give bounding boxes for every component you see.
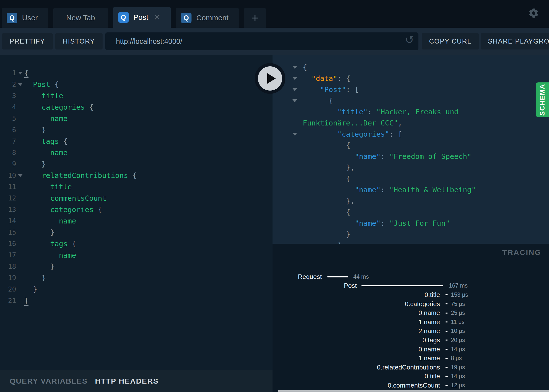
trace-bar bbox=[445, 331, 448, 332]
reload-icon[interactable]: ↺ bbox=[405, 34, 414, 45]
code-line: 15 } bbox=[0, 227, 273, 238]
fold-arrow-icon[interactable] bbox=[16, 170, 24, 181]
line-number: 18 bbox=[0, 261, 16, 272]
code-text: Post { bbox=[24, 79, 59, 90]
fold-arrow-icon[interactable] bbox=[16, 79, 24, 90]
schema-side-tab[interactable]: SCHEMA bbox=[536, 82, 549, 117]
tracing-panel: TRACING Request44 msPost167 ms0.title153… bbox=[273, 244, 549, 392]
code-line: 14 name bbox=[0, 215, 273, 227]
code-text: } bbox=[24, 227, 55, 238]
gutter-spacer bbox=[16, 147, 24, 158]
http-headers-tab[interactable]: HTTP HEADERS bbox=[95, 377, 159, 385]
code-text: { bbox=[303, 173, 350, 184]
fold-arrow-icon[interactable] bbox=[273, 129, 303, 140]
gutter-spacer bbox=[16, 158, 24, 170]
trace-bar bbox=[445, 303, 448, 304]
gutter-spacer bbox=[16, 284, 24, 295]
schema-side-tab-label: SCHEMA bbox=[539, 84, 546, 116]
line-number: 20 bbox=[0, 284, 16, 295]
gutter-spacer bbox=[16, 215, 24, 227]
code-line: } bbox=[273, 229, 549, 240]
code-text: "name": "Freedom of Speech" bbox=[303, 151, 471, 162]
gutter-spacer bbox=[16, 295, 24, 306]
code-line: 17 name bbox=[0, 249, 273, 261]
code-text: commentsCount bbox=[24, 193, 107, 204]
line-number: 12 bbox=[0, 193, 16, 204]
gutter-spacer bbox=[16, 181, 24, 193]
code-line: }, bbox=[273, 162, 549, 173]
endpoint-url-input[interactable] bbox=[105, 37, 396, 46]
code-text: name bbox=[24, 249, 76, 261]
close-icon[interactable]: ✕ bbox=[154, 13, 161, 21]
trace-time: 8 μs bbox=[451, 355, 462, 362]
query-editor-pane[interactable]: 1{2 Post {3 title4 categories {5 name6 }… bbox=[0, 55, 273, 392]
settings-gear-icon[interactable] bbox=[528, 7, 539, 19]
trace-time: 75 μs bbox=[451, 301, 465, 307]
copy-curl-button[interactable]: COPY CURL bbox=[422, 33, 479, 49]
history-button[interactable]: HISTORY bbox=[55, 33, 103, 49]
tab-new-tab[interactable]: New Tab bbox=[53, 8, 108, 28]
code-line: 10 relatedContributions { bbox=[0, 170, 273, 181]
code-line: { bbox=[273, 207, 549, 218]
trace-row: 0.categories75 μs bbox=[273, 299, 549, 309]
trace-label: 0.title bbox=[273, 372, 440, 380]
query-variables-tab[interactable]: QUERY VARIABLES bbox=[10, 377, 88, 385]
fold-arrow-icon[interactable] bbox=[273, 95, 303, 106]
prettify-button[interactable]: PRETTIFY bbox=[2, 33, 53, 49]
gutter-spacer bbox=[273, 151, 303, 162]
tracing-title: TRACING bbox=[502, 248, 541, 257]
trace-time: 25 μs bbox=[451, 310, 465, 316]
line-number: 13 bbox=[0, 204, 16, 215]
tab-post[interactable]: QPost✕ bbox=[113, 7, 171, 28]
line-number: 14 bbox=[0, 215, 16, 227]
trace-time: 167 ms bbox=[449, 282, 467, 289]
trace-time: 19 μs bbox=[451, 364, 465, 371]
trace-row: 0.title14 μs bbox=[273, 372, 549, 381]
tab-user[interactable]: QUser bbox=[2, 8, 48, 28]
trace-bar bbox=[361, 285, 443, 286]
code-text: "categories": [ bbox=[303, 129, 402, 140]
code-line: "title": "Hacker, Freaks und bbox=[273, 106, 549, 118]
gutter-spacer bbox=[16, 204, 24, 215]
code-line: 5 name bbox=[0, 113, 273, 124]
tab-label: User bbox=[22, 14, 38, 22]
code-line: 12 commentsCount bbox=[0, 193, 273, 204]
trace-bar bbox=[445, 367, 448, 368]
execute-button[interactable] bbox=[255, 63, 285, 94]
gutter-spacer bbox=[16, 193, 24, 204]
code-line: 18 } bbox=[0, 261, 273, 272]
code-text: { bbox=[24, 67, 28, 79]
code-line: ] bbox=[273, 240, 549, 244]
code-line: 3 title bbox=[0, 90, 273, 101]
trace-bar bbox=[445, 294, 448, 295]
code-line: }, bbox=[273, 196, 549, 207]
fold-arrow-icon[interactable] bbox=[16, 67, 24, 79]
code-line: 7 tags { bbox=[0, 136, 273, 147]
line-number: 15 bbox=[0, 227, 16, 238]
code-text: tags { bbox=[24, 136, 68, 147]
code-line: 16 tags { bbox=[0, 238, 273, 249]
trace-label: Request bbox=[273, 273, 322, 281]
code-text: "title": "Hacker, Freaks und bbox=[303, 106, 459, 118]
add-tab-button[interactable]: + bbox=[244, 8, 266, 28]
code-text: title bbox=[24, 90, 63, 101]
trace-label: 0.title bbox=[273, 291, 440, 299]
trace-rows: Request44 msPost167 ms0.title153 μs0.cat… bbox=[273, 272, 549, 392]
trace-row: Request44 ms bbox=[273, 272, 549, 281]
line-number: 10 bbox=[0, 170, 16, 181]
graphql-playground-window: QUserNew TabQPost✕QComment + PRETTIFY HI… bbox=[0, 0, 549, 392]
response-pane[interactable]: { "data": { "Post": [ { "title": "Hacker… bbox=[273, 55, 549, 244]
trace-bar bbox=[445, 358, 448, 359]
horizontal-scrollbar[interactable] bbox=[278, 390, 549, 392]
code-text: categories { bbox=[24, 204, 102, 215]
trace-row: 1.name8 μs bbox=[273, 354, 549, 363]
trace-row: 2.name10 μs bbox=[273, 327, 549, 336]
trace-bar bbox=[445, 313, 448, 314]
trace-row: 0.tags20 μs bbox=[273, 336, 549, 345]
share-playground-button[interactable]: SHARE PLAYGROUND bbox=[481, 33, 549, 49]
code-line: { bbox=[273, 62, 549, 73]
gutter-spacer bbox=[16, 101, 24, 113]
code-line: { bbox=[273, 140, 549, 151]
tab-label: Post bbox=[134, 13, 148, 22]
tab-comment[interactable]: QComment bbox=[176, 8, 239, 28]
